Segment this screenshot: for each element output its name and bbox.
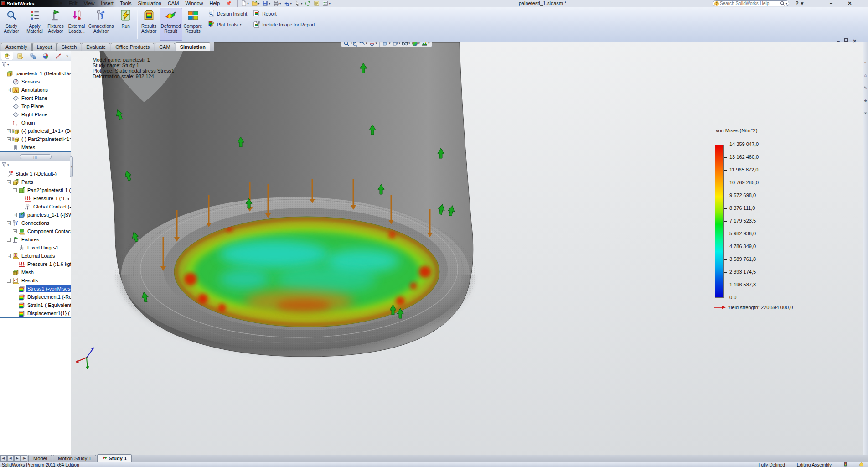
connections-advisor-button[interactable]: Connections Advisor [87, 8, 115, 41]
search-icon[interactable] [780, 1, 785, 6]
doc-restore-button[interactable] [844, 38, 848, 42]
results-advisor-button[interactable]: Results Advisor [139, 8, 160, 41]
cursor-icon[interactable]: ▾ [294, 0, 304, 7]
sheet-nav-2[interactable]: ▶ [14, 455, 21, 462]
status-tag-icon[interactable] [859, 462, 863, 467]
run-button[interactable]: Run [115, 8, 136, 41]
save-icon[interactable]: ▾ [261, 0, 271, 7]
study-tree-item[interactable]: σStress1 (-vonMises-) [0, 285, 71, 293]
feature-tree-item[interactable]: +AAnnotations [0, 86, 71, 94]
help-menu-button[interactable]: ? [796, 0, 799, 6]
deformed-result-button[interactable]: Deformed Result [160, 8, 182, 41]
study-tree-item[interactable]: εStrain1 (-Equivalent-) [0, 301, 71, 309]
study-tree-item[interactable]: -Results [0, 276, 71, 285]
include-image-for-report-button[interactable]: Include Image for Report [253, 21, 315, 29]
study-tree-item[interactable]: +painetesti_1-1 (-[SW]Plain [0, 211, 71, 219]
study-tree-item[interactable]: -External Loads [0, 252, 71, 260]
study-tree-item[interactable]: +Component Contacts [0, 227, 71, 235]
study-tree-item[interactable]: Displacement1{1} (-Displa [0, 309, 71, 317]
menu-item-simulation[interactable]: Simulation [135, 0, 165, 7]
study-tree-item[interactable]: -Connections [0, 219, 71, 227]
bottom-tab-study-1[interactable]: Study 1 [97, 454, 132, 462]
appearance-icon[interactable]: ▾ [412, 42, 420, 47]
tab-evaluate[interactable]: Evaluate [82, 43, 110, 51]
dropdown-caret-icon[interactable]: ▾ [240, 23, 242, 26]
help-search[interactable]: ? ▾ [713, 0, 789, 6]
rebuild-icon[interactable] [304, 0, 312, 7]
study-tree-item[interactable]: Study 1 (-Default-) [0, 170, 71, 178]
minimize-button[interactable]: – [830, 0, 832, 6]
prev-view-icon[interactable]: ▾ [359, 42, 367, 47]
task-pane-strip[interactable]: «⌂✎★✉ [863, 42, 868, 455]
sheet-nav-3[interactable]: |▶ [21, 455, 27, 462]
compare-results-button[interactable]: Compare Results [182, 8, 204, 41]
tree-expander[interactable]: + [13, 213, 17, 217]
zoom-fit-icon[interactable] [343, 42, 350, 47]
feature-tree-item[interactable]: painetesti_1 (Default<Display St [0, 69, 71, 78]
hide-show-icon[interactable]: ▾ [402, 42, 410, 47]
study-tree-item[interactable]: Pressure-1 (:1.6 kgf/cm^2 [0, 260, 71, 268]
panel-splitter[interactable]: ||| [0, 151, 71, 161]
panel-resize-grip[interactable]: ◂ [70, 156, 73, 177]
plot-tools-button[interactable]: Plot Tools▾ [208, 21, 248, 29]
doc-new-icon[interactable]: ▾ [240, 0, 250, 7]
menu-item-tools[interactable]: Tools [117, 0, 135, 7]
apply-material-button[interactable]: Apply Material [24, 8, 45, 41]
bottom-tab-model[interactable]: Model [28, 455, 52, 462]
feature-tree-item[interactable]: Origin [0, 119, 71, 127]
study-tree-item[interactable]: -Parts [0, 178, 71, 186]
task-pane-icon[interactable]: « [864, 60, 867, 65]
tree-expander[interactable]: - [7, 221, 11, 225]
view-cube-icon[interactable]: ▾ [382, 42, 391, 47]
study-tree-item[interactable]: Fixed Hinge-1 [0, 244, 71, 252]
display-style-icon[interactable]: ▾ [392, 42, 401, 47]
menu-item-cam[interactable]: CAM [165, 0, 182, 7]
study-advisor-button[interactable]: Study Advisor [1, 8, 22, 41]
restore-button[interactable] [838, 2, 842, 5]
panel-tab-property[interactable] [14, 52, 26, 60]
menu-item-file[interactable]: File [51, 0, 66, 7]
feature-tree-item[interactable]: +(-) Part2^painetesti<1> (Defa [0, 135, 71, 143]
external-loads--button[interactable]: External Loads... [66, 8, 87, 41]
feature-tree-item[interactable]: Right Plane [0, 110, 71, 119]
panel-tab-fm-tree[interactable] [1, 52, 13, 60]
study-tree-item[interactable]: uDisplacement1 (-Res disp-) [0, 293, 71, 301]
design-insight-button[interactable]: Design Insight [208, 10, 248, 18]
feature-tree-item[interactable]: Sensors [0, 78, 71, 86]
task-pane-icon[interactable]: ✎ [864, 86, 868, 90]
search-input[interactable] [720, 1, 780, 6]
feature-tree-item[interactable]: Front Plane [0, 94, 71, 102]
splitter-grip[interactable]: ||| [20, 154, 52, 159]
search-caret-icon[interactable]: ▾ [785, 2, 787, 5]
sheet-nav-1[interactable]: ◀ [7, 455, 14, 462]
tree-filter-row[interactable]: ▾ [0, 61, 71, 68]
close-button[interactable]: ✕ [847, 0, 852, 6]
panel-tab-display[interactable] [39, 52, 52, 60]
tree-expander[interactable]: + [7, 129, 11, 133]
zoom-area-icon[interactable] [351, 42, 357, 47]
feature-tree-item[interactable]: Mates [0, 143, 71, 151]
tab-office-products[interactable]: Office Products [111, 43, 154, 51]
task-pane-icon[interactable]: ✉ [864, 111, 868, 116]
tree-expander[interactable]: + [13, 229, 17, 234]
study-tree-item[interactable]: -Fixtures [0, 235, 71, 244]
tree-expander[interactable]: - [7, 279, 11, 283]
panel-overflow-chevron[interactable]: » [66, 54, 70, 58]
task-pane-icon[interactable]: ★ [863, 99, 867, 103]
pin-icon[interactable]: 📌 [223, 0, 234, 7]
bottom-tab-motion-study-1[interactable]: Motion Study 1 [53, 455, 96, 462]
study-tree-item[interactable]: Global Contact (-Bonded-) [0, 202, 71, 211]
menu-item-edit[interactable]: Edit [66, 0, 81, 7]
tab-simulation[interactable]: Simulation [176, 42, 210, 51]
study-tree-item[interactable]: Pressure-1 (:1.6 kgf/cm^2:) [0, 194, 71, 202]
tab-layout[interactable]: Layout [32, 43, 57, 51]
tab-sketch[interactable]: Sketch [57, 43, 82, 51]
menu-item-insert[interactable]: Insert [98, 0, 117, 7]
tree-expander[interactable]: + [7, 88, 11, 92]
scene-icon[interactable]: ▾ [421, 42, 430, 47]
filter-funnel-icon[interactable] [1, 162, 7, 168]
study-tree-item[interactable]: Mesh [0, 268, 71, 276]
tree-expander[interactable]: - [7, 180, 11, 184]
study-filter-row[interactable]: ▾ [0, 161, 71, 169]
menu-item-view[interactable]: View [81, 0, 98, 7]
